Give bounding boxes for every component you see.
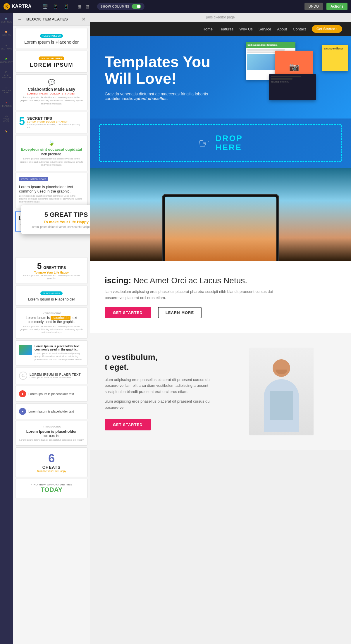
left-sidebar: ⚙️ SETTINGS 🎨 STYLES ⊞ SECTIONS 🧩 COMPON…: [0, 13, 13, 644]
template-card-lorem-ipsum[interactable]: DOLOR SIT AMET LOREM IPSUM: [15, 51, 88, 73]
sidebar-item-styles[interactable]: 🎨 STYLES: [1, 29, 12, 38]
gt-title: GREAT TIPS: [43, 265, 66, 270]
close-button[interactable]: ✕: [82, 16, 85, 22]
sidebar-item-helpdesk[interactable]: ❓ HELPDESK: [1, 100, 12, 109]
popup-subtitle: To make Your Life Happy: [27, 220, 90, 224]
drop-zone[interactable]: ☞ DROPHERE: [99, 124, 342, 162]
gt-subtitle: To make Your Life Happy: [19, 271, 84, 274]
i2-subtitle: text used in.: [19, 434, 84, 437]
hero-section: Templates YouWill Love! Gravida venenati…: [90, 36, 351, 119]
undo-button[interactable]: UNDO: [304, 3, 323, 10]
it-title: Lorem Ipsum is placeholder text commonly…: [35, 345, 84, 351]
sidebar-item-popwindow[interactable]: 🗔 POP WINDOW: [1, 70, 12, 80]
mobile-icon[interactable]: 📱: [62, 3, 70, 11]
nav-link-home[interactable]: Home: [202, 27, 213, 31]
template-card-list: PLACEHOLDER Lorem Ipsum is Placeholder D…: [13, 26, 90, 644]
nav-link-features[interactable]: Features: [218, 27, 233, 31]
i2-badge: INTRODUCING: [19, 425, 84, 428]
grid-4-icon[interactable]: ▦: [77, 3, 83, 10]
actions-button[interactable]: Actions: [326, 3, 347, 10]
find-sub: FIND NEW OPPORTUNITIES: [19, 483, 84, 486]
logo-icon: K: [4, 3, 10, 10]
sidebar-item-pencil[interactable]: ✏️: [1, 129, 12, 135]
helpdesk-icon: ❓: [5, 102, 8, 104]
drop-zone-area: ☞ DROPHERE: [90, 119, 351, 168]
template-card-collaboration[interactable]: 💬 Colaboration Made Easy LOREM IPSUM DOL…: [15, 74, 88, 110]
template-card-number-list[interactable]: 01 LOREM IPSUM IS PLAER TEXT Lorem ipsum…: [15, 367, 88, 384]
nav-link-service[interactable]: Service: [259, 27, 271, 31]
back-button[interactable]: ←: [18, 17, 22, 22]
mockup-dark: spacing dictumst.: [269, 74, 316, 100]
styles-label: STYLES: [2, 34, 11, 36]
mockup-yellow: a suspendisse!: [322, 45, 348, 71]
template-card-secret-tips[interactable]: 5 SECRET TIPS LOREM IPSUM DOLOR SIT AMET…: [15, 112, 88, 134]
styles-icon: 🎨: [5, 31, 8, 33]
sidebar-item-yourcode[interactable]: </> YOUR CODE: [1, 114, 12, 124]
block-panel-header: ← BLOCK TEMPLATES ✕: [13, 13, 90, 26]
gt-text: Lorem ipsum is placeholder text commonly…: [19, 274, 84, 279]
template-card-find-opportunities[interactable]: FIND NEW OPPORTUNITIES TODAY: [15, 479, 88, 498]
template-card-lorem-placeholder[interactable]: PLACEHOLDER Lorem Ipsum is Placeholder: [15, 286, 88, 306]
block-templates-panel: ← BLOCK TEMPLATES ✕ PLACEHOLDER Lorem Ip…: [13, 13, 90, 644]
sidebar-item-components[interactable]: 🧩 COMPONENTS: [1, 56, 12, 65]
person-beard: [276, 370, 287, 374]
template-card-icon-text-blue[interactable]: ● Lorem Ipsum is placeholder text: [15, 403, 88, 419]
lp-badge: PLACEHOLDER: [40, 291, 63, 295]
template-card-fresh-news[interactable]: FRESH LOREM NEWS Lorem Ipsum is placehol…: [15, 173, 88, 208]
nav-link-contact[interactable]: Contact: [293, 27, 306, 31]
person-placeholder: [249, 348, 314, 435]
grid-2-icon[interactable]: ▧: [85, 3, 91, 10]
card-badge: PLACEHOLDER: [40, 34, 63, 38]
intro-highlight: placeholder: [51, 316, 70, 320]
template-card-introducing[interactable]: INTRODUCING Lorem Ipsum is placeholder t…: [15, 308, 88, 339]
template-card-icon-text-red[interactable]: ● Lorem Ipsum is placeholder text: [15, 386, 88, 402]
desktop-icon[interactable]: 🖥️: [41, 3, 49, 11]
excepteur-title: Excepteur sint occaecat cupidatat: [19, 147, 84, 152]
footerbar-label: FOOTER BAR: [2, 90, 11, 94]
card-title-lorem: LOREM IPSUM: [19, 62, 84, 68]
get-started-button-1[interactable]: GET STARTED: [105, 307, 151, 318]
settings-label: SETTINGS: [1, 21, 12, 23]
section-text-nec: llam vestibulum adipiscing eros phasellu…: [105, 289, 280, 301]
nav-cta-button[interactable]: Get Started ›: [312, 25, 342, 33]
i2-text: Lorem ipsum dolor sit amet, consectetur …: [19, 439, 84, 441]
sidebar-item-settings[interactable]: ⚙️ SETTINGS: [1, 16, 12, 25]
toggle-switch[interactable]: [132, 4, 141, 9]
excepteur-subtitle: non proident.: [19, 152, 84, 156]
popwindow-icon: 🗔: [5, 71, 7, 73]
sidebar-item-sections[interactable]: ⊞ SECTIONS: [1, 43, 12, 51]
nav-link-about[interactable]: About: [277, 27, 287, 31]
template-card-cheats[interactable]: 6 CHEATS To make Your Life Happy: [15, 447, 88, 477]
template-card-placeholder[interactable]: PLACEHOLDER Lorem Ipsum is Placeholder: [15, 28, 88, 49]
template-card-introducing-2[interactable]: INTRODUCING Lorem Ipsum is placeholder t…: [15, 421, 88, 446]
tablet-icon[interactable]: 📱: [51, 3, 60, 11]
show-columns-toggle[interactable]: SHOW COLUMNS: [97, 3, 145, 10]
grid-options: ▦ ▧: [77, 3, 91, 10]
popup-text: Lorem ipsum dolor sit amet, consectetur …: [27, 225, 90, 229]
laptop-frame: [162, 194, 279, 261]
itc-text-red: Lorem Ipsum is placeholder text: [28, 392, 74, 396]
toolbar: K KARTRA 🖥️ 📱 📱 ▦ ▧ SHOW COLUMNS UNDO Ac…: [0, 0, 351, 13]
fresh-text: Lorem ipsum is placeholder text commonly…: [19, 195, 84, 204]
card-badge-yellow: DOLOR SIT AMET: [39, 56, 64, 60]
tips-subtitle: LOREM IPSUM DOLOR SIT AMET: [27, 121, 84, 123]
hero-title: Templates YouWill Love!: [105, 54, 228, 87]
nav-link-whyus[interactable]: Why Us: [239, 27, 253, 31]
nl-title: LOREM IPSUM IS PLAER TEXT: [30, 373, 81, 376]
popwindow-label: POP WINDOW: [2, 74, 11, 78]
template-card-image-text[interactable]: Lorem Ipsum is placeholder text commonly…: [15, 340, 88, 365]
logo[interactable]: K KARTRA: [4, 3, 32, 10]
template-card-excepteur[interactable]: 🍃 Excepteur sint occaecat cupidatat non …: [15, 135, 88, 171]
vestibulum-title: o vestibulum,t eget.: [105, 352, 215, 372]
it-text: Lorem ipsum sit amet vestibulum adipisci…: [35, 352, 84, 361]
sidebar-item-footerbar[interactable]: ▬ FOOTER BAR: [1, 85, 12, 95]
template-card-great-tips[interactable]: 5 GREAT TIPS To make Your Life Happy Lor…: [15, 257, 88, 284]
section-nec-amet: iscing: Nec Amet Orci ac Lacus Netus. ll…: [90, 261, 351, 333]
website-preview: jans ckeditor page Home Features Why Us …: [90, 13, 351, 450]
learn-more-button[interactable]: LEARN MORE: [158, 307, 202, 318]
tips-text: Lorem ipsum dolor sit amet, consectetur …: [27, 123, 84, 129]
section-buttons: GET STARTED LEARN MORE: [105, 307, 280, 318]
nl-text: Lorem ipsum dolor sit amet, consectetur.: [30, 376, 81, 379]
intro-text: Lorem ipsum is placeholder text commonly…: [19, 325, 84, 334]
get-started-button-2[interactable]: GET STARTED: [105, 419, 151, 430]
